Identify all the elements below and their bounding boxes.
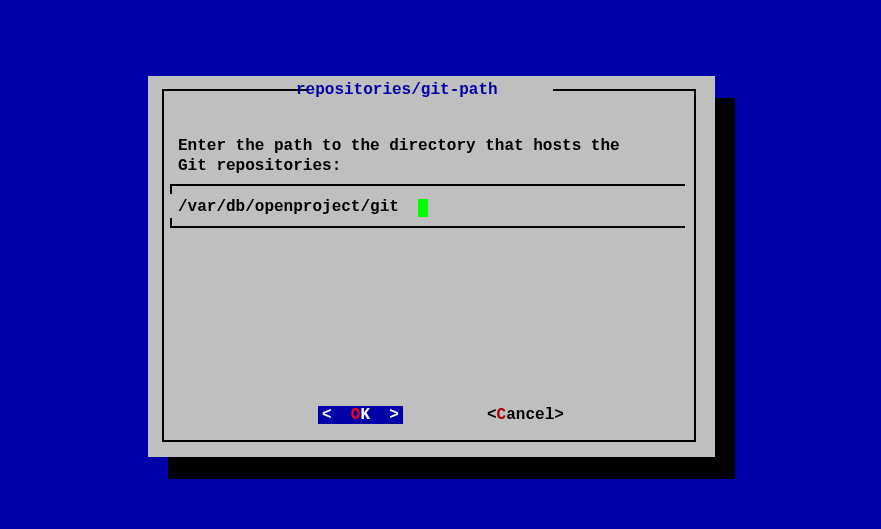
cancel-button[interactable]: <Cancel>	[483, 406, 568, 424]
prompt-text: Enter the path to the directory that hos…	[178, 136, 683, 176]
border-bottom	[162, 440, 696, 442]
cancel-hotkey: C	[497, 406, 507, 424]
dialog-box: repositories/git-path Enter the path to …	[148, 76, 715, 457]
border-right	[694, 89, 696, 442]
ok-pre: <	[322, 406, 351, 424]
input-stub-tl	[170, 184, 172, 194]
cancel-pre: <	[487, 406, 497, 424]
ok-post: K >	[360, 406, 398, 424]
ok-button[interactable]: < OK >	[318, 406, 403, 424]
input-border-bottom	[172, 226, 685, 228]
input-border-top	[172, 184, 685, 186]
text-cursor	[418, 199, 428, 217]
cancel-post: ancel>	[506, 406, 564, 424]
git-path-value: /var/db/openproject/git	[178, 198, 399, 216]
ok-hotkey: O	[351, 406, 361, 424]
border-left	[162, 89, 164, 442]
dialog-title: repositories/git-path	[296, 81, 498, 99]
